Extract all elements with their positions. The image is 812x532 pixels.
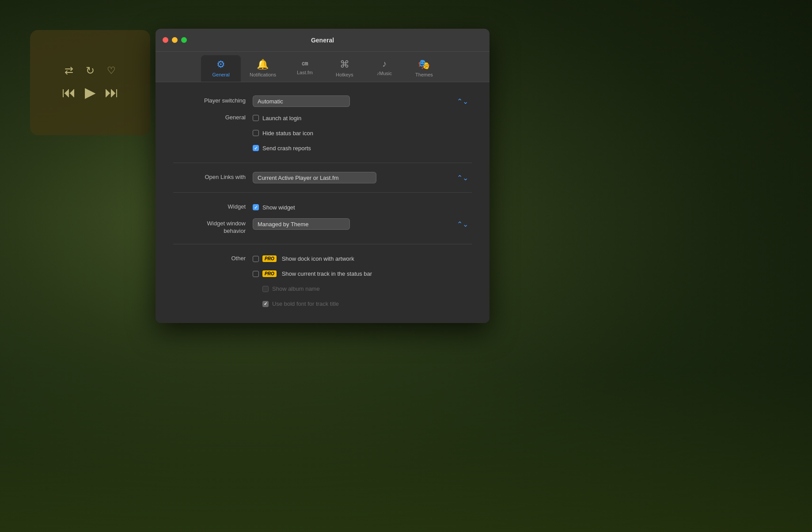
widget-window-behavior-arrow-icon: ⌃⌄ <box>457 220 468 228</box>
music-tab-label: ♪Music <box>377 71 392 76</box>
mini-player-bottom-controls: ⏮ ▶ ⏭ <box>62 84 119 101</box>
show-dock-icon-checkbox[interactable] <box>253 256 259 262</box>
show-current-track-checkbox[interactable] <box>253 271 259 277</box>
other-row: Other PRO Show dock icon with artwork PR… <box>156 251 489 312</box>
close-button[interactable] <box>163 37 168 43</box>
titlebar: General <box>156 29 489 52</box>
themes-tab-label: Themes <box>415 72 433 77</box>
widget-window-behavior-row: Widget windowbehavior Managed by Theme F… <box>156 216 489 238</box>
show-widget-label: Show widget <box>262 204 295 211</box>
other-control: PRO Show dock icon with artwork PRO Show… <box>253 253 472 310</box>
use-bold-font-label: Use bold font for track title <box>272 300 339 307</box>
settings-window: General ⚙ General 🔔 Notifications ㎝ Last… <box>156 29 489 323</box>
send-crash-reports-checkbox[interactable]: ✓ <box>253 145 259 151</box>
pro-badge-dock-icon: PRO <box>262 255 277 262</box>
show-current-track-label: Show current track in the status bar <box>282 270 372 277</box>
music-tab-icon: ♪ <box>382 59 387 69</box>
send-crash-reports-label: Send crash reports <box>262 145 311 152</box>
tab-themes[interactable]: 🎭 Themes <box>404 55 444 82</box>
tab-hotkeys[interactable]: ⌘ Hotkeys <box>325 55 364 82</box>
lastfm-tab-icon: ㎝ <box>301 59 308 68</box>
divider-2 <box>173 192 472 193</box>
open-links-select-wrapper: Current Active Player or Last.fm Last.fm… <box>253 172 472 183</box>
hide-status-bar-label: Hide status bar icon <box>262 130 313 137</box>
themes-tab-icon: 🎭 <box>418 59 430 70</box>
general-tab-label: General <box>212 72 229 77</box>
notifications-tab-label: Notifications <box>250 72 276 77</box>
settings-content: Player switching Automatic Manual ⌃⌄ Gen… <box>156 82 489 323</box>
minimize-button[interactable] <box>172 37 178 43</box>
show-current-track-row: PRO Show current track in the status bar <box>253 268 472 280</box>
show-dock-icon-label: Show dock icon with artwork <box>282 255 354 262</box>
send-crash-reports-row: ✓ Send crash reports <box>253 142 472 154</box>
player-switching-arrow-icon: ⌃⌄ <box>457 97 468 106</box>
shuffle-icon[interactable]: ⇄ <box>65 65 73 77</box>
window-title: General <box>311 37 334 44</box>
tab-notifications[interactable]: 🔔 Notifications <box>241 55 285 82</box>
show-album-name-row: Show album name <box>262 283 472 295</box>
player-switching-select[interactable]: Automatic Manual <box>253 95 350 107</box>
checkmark-icon: ✓ <box>254 146 258 151</box>
general-checkboxes-row: General Launch at login Hide status bar … <box>156 110 489 156</box>
widget-window-behavior-control: Managed by Theme Floating Normal ⌃⌄ <box>253 218 472 230</box>
traffic-lights <box>163 37 187 43</box>
general-tab-icon: ⚙ <box>216 59 225 70</box>
player-switching-control: Automatic Manual ⌃⌄ <box>253 95 472 107</box>
use-bold-font-checkbox[interactable]: ✓ <box>262 301 269 307</box>
show-widget-checkbox[interactable]: ✓ <box>253 204 259 210</box>
next-track-icon[interactable]: ⏭ <box>105 84 119 101</box>
open-links-label: Open Links with <box>173 172 253 180</box>
widget-control: ✓ Show widget <box>253 201 472 213</box>
hide-status-bar-row: Hide status bar icon <box>253 127 472 139</box>
tab-music[interactable]: ♪ ♪Music <box>364 55 404 82</box>
tab-bar: ⚙ General 🔔 Notifications ㎝ Last.fm ⌘ Ho… <box>156 52 489 82</box>
repeat-icon[interactable]: ↻ <box>86 65 95 77</box>
notifications-tab-icon: 🔔 <box>257 59 269 70</box>
open-links-arrow-icon: ⌃⌄ <box>457 174 468 182</box>
maximize-button[interactable] <box>181 37 187 43</box>
widget-window-behavior-select[interactable]: Managed by Theme Floating Normal <box>253 218 350 230</box>
heart-icon[interactable]: ♡ <box>107 65 116 76</box>
general-checkboxes-control: Launch at login Hide status bar icon ✓ S… <box>253 112 472 154</box>
widget-window-behavior-select-wrapper: Managed by Theme Floating Normal ⌃⌄ <box>253 218 472 230</box>
mini-player-top-controls: ⇄ ↻ ♡ <box>65 65 116 77</box>
widget-label: Widget <box>173 201 253 210</box>
open-links-row: Open Links with Current Active Player or… <box>156 169 489 186</box>
show-album-name-checkbox[interactable] <box>262 286 269 292</box>
show-widget-checkmark-icon: ✓ <box>254 205 258 210</box>
player-switching-select-wrapper: Automatic Manual ⌃⌄ <box>253 95 472 107</box>
divider-3 <box>173 244 472 244</box>
launch-at-login-checkbox[interactable] <box>253 115 259 121</box>
tab-general[interactable]: ⚙ General <box>201 55 241 82</box>
pro-badge-current-track: PRO <box>262 270 277 277</box>
show-album-name-label: Show album name <box>272 285 320 292</box>
show-widget-row: ✓ Show widget <box>253 201 472 213</box>
general-section-label: General <box>173 112 253 121</box>
launch-at-login-row: Launch at login <box>253 112 472 124</box>
open-links-control: Current Active Player or Last.fm Last.fm… <box>253 172 472 183</box>
player-switching-row: Player switching Automatic Manual ⌃⌄ <box>156 93 489 110</box>
show-dock-icon-row: PRO Show dock icon with artwork <box>253 253 472 265</box>
use-bold-font-row: ✓ Use bold font for track title <box>262 298 472 310</box>
prev-track-icon[interactable]: ⏮ <box>62 84 76 101</box>
mini-player: ⇄ ↻ ♡ ⏮ ▶ ⏭ <box>30 30 150 135</box>
other-label: Other <box>173 253 253 262</box>
hotkeys-tab-icon: ⌘ <box>340 59 349 70</box>
use-bold-font-checkmark-icon: ✓ <box>264 301 267 306</box>
open-links-select[interactable]: Current Active Player or Last.fm Last.fm… <box>253 172 376 183</box>
launch-at-login-label: Launch at login <box>262 115 301 122</box>
hotkeys-tab-label: Hotkeys <box>336 72 353 77</box>
widget-row: Widget ✓ Show widget <box>156 199 489 216</box>
player-switching-label: Player switching <box>173 95 253 104</box>
hide-status-bar-checkbox[interactable] <box>253 130 259 136</box>
lastfm-tab-label: Last.fm <box>297 70 313 75</box>
divider-1 <box>173 163 472 163</box>
play-pause-icon[interactable]: ▶ <box>85 84 96 101</box>
tab-lastfm[interactable]: ㎝ Last.fm <box>285 55 325 82</box>
widget-window-behavior-label: Widget windowbehavior <box>173 218 253 235</box>
